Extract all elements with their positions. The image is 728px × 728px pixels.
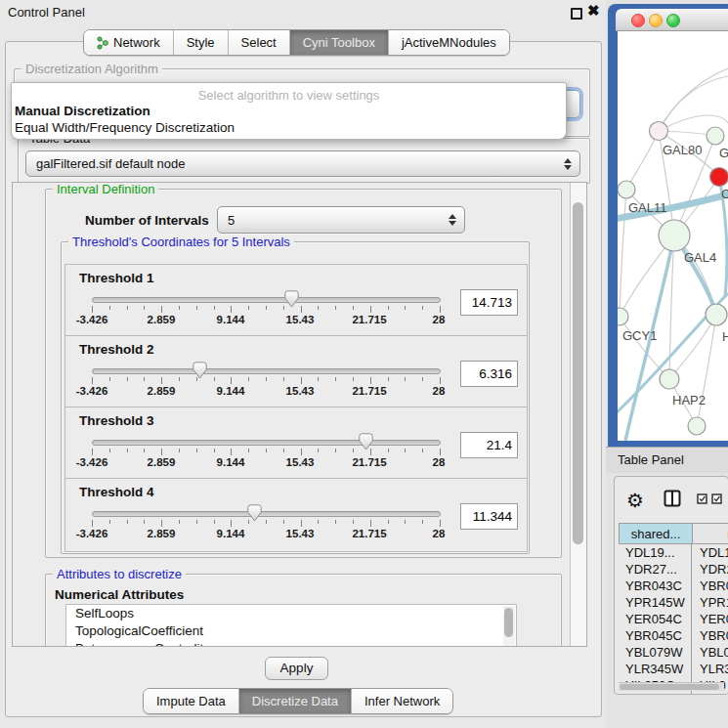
threshold-value-field[interactable] [460, 289, 518, 316]
tick-label: 28 [433, 456, 446, 468]
table-cell[interactable]: YDR2 [692, 561, 728, 578]
tab-network[interactable]: Network [84, 30, 173, 55]
table-row[interactable]: YBL079WYBL0 [619, 644, 728, 661]
combo-value: galFiltered.sif default node [26, 156, 560, 171]
table-row[interactable]: YPR145WYPR1 [619, 594, 728, 611]
node-gcy1[interactable] [618, 308, 628, 325]
slider-track[interactable] [92, 297, 441, 303]
threshold-label: Threshold 4 [79, 485, 154, 499]
zoom-traffic-light-icon[interactable] [666, 14, 680, 27]
threshold-value-field[interactable] [460, 503, 518, 530]
tab-jactivemnodules[interactable]: jActiveMNodules [388, 30, 509, 55]
table-cell[interactable]: YLR345W [619, 661, 692, 677]
tick-label: 28 [433, 385, 446, 397]
table-cell[interactable]: YPR145W [619, 594, 692, 611]
slider-track[interactable] [92, 511, 441, 517]
settings-scrollbar[interactable] [570, 183, 586, 646]
tab-label: jActiveMNodules [402, 30, 496, 55]
tab-label: Discretize Data [252, 689, 338, 713]
table-cell[interactable]: YBR0 [692, 627, 728, 644]
node-h[interactable] [706, 304, 727, 325]
group-title: Threshold's Coordinates for 5 Intervals [68, 235, 294, 249]
table-cell[interactable]: YER054C [619, 611, 692, 627]
table-row[interactable]: YBR043CYBR0 [619, 578, 728, 594]
column-header-shared-name[interactable]: shared... [619, 523, 693, 544]
menu-item-manual-discretization[interactable]: Manual Discretization [15, 104, 150, 118]
table-cell[interactable]: YLR3 [692, 661, 728, 677]
tab-style[interactable]: Style [173, 30, 228, 55]
table-row[interactable]: YDR27...YDR2 [619, 561, 728, 578]
table-row[interactable]: YER054CYER0 [619, 611, 728, 627]
table-cell[interactable]: YBR043C [619, 578, 692, 594]
node-top-right[interactable] [707, 127, 724, 145]
node-red-selected[interactable] [710, 168, 728, 187]
threshold-row: Threshold 2 -3.4262.8599.14415.4321.7152… [64, 335, 528, 409]
tab-impute-data[interactable]: Impute Data [144, 689, 238, 713]
column-layout-icon[interactable] [664, 490, 681, 507]
number-of-intervals-combo[interactable]: 5 [217, 206, 465, 234]
node-label: G. [719, 146, 728, 160]
tick-label: 15.43 [286, 528, 315, 539]
node-hap2[interactable] [660, 369, 679, 389]
threshold-value-field[interactable] [460, 432, 518, 458]
tab-cyni-toolbox[interactable]: Cyni Toolbox [289, 30, 388, 55]
close-icon[interactable]: ✖ [587, 2, 600, 20]
network-canvas[interactable]: GAL80 G. C GAL11 GAL4 GCY1 H HAP2 [618, 31, 728, 441]
tab-select[interactable]: Select [228, 30, 289, 55]
table-cell[interactable]: YBL079W [619, 644, 692, 661]
menu-item-equal-width-frequency[interactable]: Equal Width/Frequency Discretization [15, 120, 235, 135]
tick-label: -3.426 [76, 385, 108, 397]
tick-label: 2.859 [148, 385, 176, 397]
control-panel: Control Panel ✖ Network Style Select Cyn… [0, 0, 606, 716]
threshold-row: Threshold 1 -3.4262.8599.14415.4321.7152… [64, 264, 528, 338]
attributes-group: Attributes to discretize Numerical Attri… [45, 574, 562, 647]
table-cell[interactable]: YDR27... [619, 561, 692, 578]
group-title: Interval Definition [53, 182, 158, 196]
tab-infer-network[interactable]: Infer Network [351, 689, 452, 713]
table-cell[interactable]: YBL0 [692, 644, 728, 661]
slider-track[interactable] [92, 368, 441, 374]
slider-track[interactable] [92, 440, 441, 446]
node-gal80[interactable] [650, 122, 668, 141]
table-data-combo[interactable]: galFiltered.sif default node [25, 150, 580, 177]
table-cell[interactable]: YBR045C [619, 627, 692, 644]
gear-icon[interactable]: ⚙ [626, 489, 644, 512]
table-row[interactable]: YBR045CYBR0 [619, 627, 728, 644]
table-panel-bar: Table Panel [606, 447, 728, 473]
network-view-window: GAL80 G. C GAL11 GAL4 GCY1 H HAP2 [608, 4, 728, 447]
node-gal4[interactable] [659, 220, 690, 251]
tab-discretize-data[interactable]: Discretize Data [238, 689, 351, 713]
table-cell[interactable]: YBR0 [692, 578, 728, 594]
table-horizontal-scrollbar-thumb[interactable] [620, 684, 719, 690]
select-none-checkbox-icon[interactable] [711, 493, 722, 504]
dropdown-hint: Select algorithm to view settings [12, 88, 566, 103]
node-gal11[interactable] [618, 181, 635, 198]
table-horizontal-scrollbar[interactable] [619, 682, 724, 691]
select-all-checkbox-icon[interactable] [697, 493, 707, 504]
close-traffic-light-icon[interactable] [631, 14, 645, 27]
table-row[interactable]: YLR345WYLR3 [619, 661, 728, 677]
threshold-value-field[interactable] [460, 361, 518, 387]
float-window-icon[interactable] [571, 8, 582, 20]
table-cell[interactable]: YDL19... [619, 544, 692, 561]
minimize-traffic-light-icon[interactable] [649, 14, 663, 27]
settings-scrollbar-thumb[interactable] [573, 202, 583, 544]
node-label: C [721, 187, 728, 201]
list-scrollbar-thumb[interactable] [504, 608, 513, 637]
node-label: GCY1 [622, 328, 657, 343]
list-scrollbar[interactable] [503, 606, 515, 647]
node-bottom[interactable] [688, 417, 706, 435]
slider-tick-labels: -3.4262.8599.14415.4321.71528 [92, 385, 439, 397]
list-item[interactable]: SelfLoops [66, 605, 516, 622]
table-cell[interactable]: YER0 [692, 611, 728, 627]
table-row[interactable]: YDL19...YDL1 [619, 544, 728, 561]
slider-ticks [92, 449, 440, 456]
list-item[interactable]: BetweennessCentrality [66, 640, 516, 647]
network-window-titlebar[interactable] [616, 9, 728, 31]
table-cell[interactable]: YPR1 [692, 594, 728, 611]
tick-label: -3.426 [76, 456, 108, 468]
apply-button[interactable]: Apply [265, 657, 328, 680]
table-cell[interactable]: YDL1 [692, 544, 728, 561]
column-header-name[interactable]: na [693, 523, 728, 544]
list-item[interactable]: TopologicalCoefficient [66, 622, 516, 640]
